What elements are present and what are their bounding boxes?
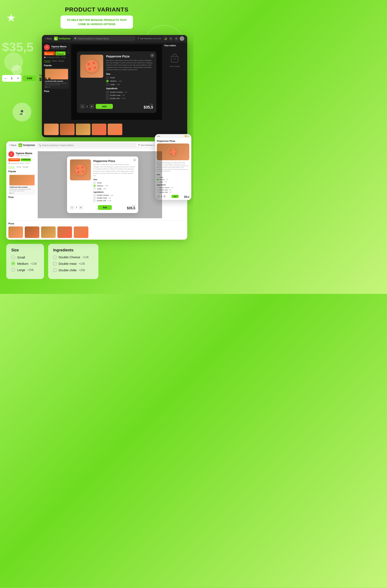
svg-point-24 [170, 150, 172, 151]
big-size-option-large[interactable]: Large +25$ [11, 268, 39, 272]
big-checkbox-cheese[interactable] [53, 255, 57, 259]
dark-pizza-img-4[interactable] [92, 124, 106, 135]
light-ing-cheese-price: +2$ [110, 194, 113, 196]
dark-sidebar: Y Yapona Mama Under $39 • Bonus % DISCOU… [44, 44, 69, 120]
svg-text:★: ★ [23, 114, 24, 115]
dark-pizza-img-1[interactable] [44, 124, 59, 135]
dark-size-small[interactable]: Small [106, 76, 153, 79]
dark-qty-minus[interactable]: – [80, 104, 85, 109]
dark-ingredients-label: Ingredients [106, 87, 153, 90]
light-pizza-item-2[interactable] [25, 227, 39, 238]
dark-ing-chili[interactable]: Double chili +2.5$ [106, 97, 153, 100]
big-radio-medium[interactable] [11, 262, 15, 265]
big-radio-large[interactable] [11, 268, 15, 272]
dark-share-icon[interactable]: ⊕ [169, 37, 173, 41]
light-qty-control[interactable]: – 1 + [70, 206, 83, 210]
dark-theme-icon[interactable]: 🌙 [163, 37, 167, 41]
light-pizza-item-4[interactable] [57, 227, 72, 238]
dark-ing-chili-label: Double chili [110, 97, 120, 100]
light-ing-meat[interactable]: Double meat +4$ [93, 197, 135, 199]
dark-avatar[interactable] [180, 36, 184, 41]
dark-pizza-img-3[interactable] [76, 124, 90, 135]
light-pizza-row: Pizza [6, 220, 187, 240]
light-back-button[interactable]: < Back [9, 144, 16, 147]
big-radio-small[interactable] [11, 255, 15, 259]
light-size-small[interactable]: Small [93, 182, 135, 184]
light-food-title: California with sesame [9, 186, 35, 188]
dark-size-medium[interactable]: Medium +12$ [106, 80, 153, 82]
dark-qty-control[interactable]: – 1 + Add [80, 104, 113, 109]
light-pizza-item-3[interactable] [41, 227, 56, 238]
light-modal: ✕ [67, 156, 138, 213]
dark-tab-pizza[interactable]: Pizza [52, 60, 57, 63]
dark-heart-icon[interactable]: ♡ [67, 52, 69, 55]
dark-add-button[interactable]: Add [96, 104, 113, 109]
light-ing-cheese[interactable]: Double Cheese +2$ [93, 194, 135, 196]
light-logo: 🍜 foodyman [19, 143, 35, 147]
light-ing-chili[interactable]: Double chili +2.5$ [93, 200, 135, 202]
light-modal-close-btn[interactable]: ✕ [133, 158, 137, 162]
dark-ing-cheese[interactable]: Double Cheese +2$ [106, 91, 153, 93]
mobile-qty-plus[interactable]: + [163, 195, 166, 198]
big-ing-option-cheese[interactable]: Double Cheese +12$ [53, 255, 93, 259]
light-qty-minus[interactable]: – [70, 206, 74, 210]
mobile-ing-chilia-price: +31$ [169, 191, 171, 193]
dark-logo: 🍜 foodyman [54, 37, 71, 41]
big-checkbox-chilie[interactable] [53, 269, 57, 272]
dark-food-desc: Grilled chicken, philadelphia, tomatoes,… [45, 83, 68, 86]
big-options-section: Size Small Medium +12$ Large +25$ Ingred… [6, 244, 187, 279]
svg-rect-10 [171, 56, 178, 62]
light-heart-icon[interactable]: ♡ [32, 158, 35, 161]
big-size-medium-price: +12$ [30, 262, 37, 265]
light-tab-burger[interactable]: Burger [23, 166, 28, 169]
light-total-value: $35,5 [127, 206, 135, 210]
dark-tab-burger[interactable]: Burger [59, 60, 64, 63]
bottom-left-qty-minus[interactable]: – [2, 75, 9, 82]
dark-ing-cheese-label: Double Cheese [110, 91, 123, 93]
light-logo-icon: 🍜 [19, 143, 22, 147]
big-ing-option-meat[interactable]: Double meat +12$ [53, 262, 93, 265]
dark-modal-close-btn[interactable]: ✕ [150, 53, 154, 58]
svg-point-27 [171, 153, 172, 154]
dark-grid-icon[interactable]: ⊞ [174, 37, 178, 41]
svg-point-6 [87, 63, 90, 65]
light-qty-plus[interactable]: + [79, 206, 83, 210]
dark-pizza-img-5[interactable] [108, 124, 122, 135]
light-add-button[interactable]: Add [98, 205, 112, 210]
big-size-option-medium[interactable]: Medium +12$ [11, 262, 39, 265]
bottom-left-qty-control[interactable]: – 1 + [2, 75, 21, 82]
light-modal-desc: We tried to make pizza, but we still end… [93, 164, 135, 177]
big-ing-option-chilie[interactable]: Double chilie +25$ [53, 268, 93, 272]
light-size-large[interactable]: Large +25$ [93, 188, 135, 190]
light-size-medium[interactable]: Medium +12$ [93, 185, 135, 187]
svg-point-17 [82, 171, 84, 172]
dark-back-button[interactable]: < Back [45, 37, 52, 40]
big-ing-meat-label: Double meat [59, 262, 76, 265]
light-size-label: Size [93, 178, 135, 181]
dark-discount-badge: % DISCOUNT [44, 52, 55, 55]
dark-pizza-img-2[interactable] [60, 124, 75, 135]
light-tab-popular[interactable]: Popular [8, 166, 15, 169]
dark-size-small-label: Small [110, 77, 115, 79]
light-food-card-1[interactable]: California with sesame Grilled chicken, … [8, 174, 36, 195]
dark-qty-plus[interactable]: + [89, 104, 94, 109]
big-checkbox-meat[interactable] [53, 262, 57, 265]
light-ing-cheese-label: Double Cheese [97, 194, 109, 196]
light-pizza-item-1[interactable] [8, 227, 23, 238]
dark-ing-cheese-price: +2$ [124, 91, 127, 93]
mobile-add-button[interactable]: Add [171, 195, 179, 198]
light-working-hours: ⏰ Working time: 09:00 — 21:00 [8, 163, 36, 164]
bottom-left-qty-plus[interactable]: + [15, 75, 21, 82]
dark-total-value: $35,5 [144, 105, 153, 109]
dark-ing-meat[interactable]: Double meat +4$ [106, 94, 153, 96]
big-size-option-small[interactable]: Small [11, 255, 39, 259]
dark-size-large[interactable]: Large +25$ [106, 83, 153, 86]
dark-tab-popular[interactable]: Popular [44, 60, 50, 63]
bottom-left-add-button[interactable]: Add [23, 75, 36, 81]
dark-search-bar[interactable]: 🔍 Search products in Yapona Mama [73, 36, 135, 41]
light-food-desc: Grilled chicken, philadelphia, tomatoes,… [9, 189, 35, 192]
light-search-bar[interactable]: 🔍 Search products in Yapona Mama [37, 143, 136, 147]
dark-total-label: Total [144, 103, 153, 105]
light-pizza-item-5[interactable] [74, 227, 88, 238]
light-tab-pizza[interactable]: Pizza [17, 166, 21, 169]
